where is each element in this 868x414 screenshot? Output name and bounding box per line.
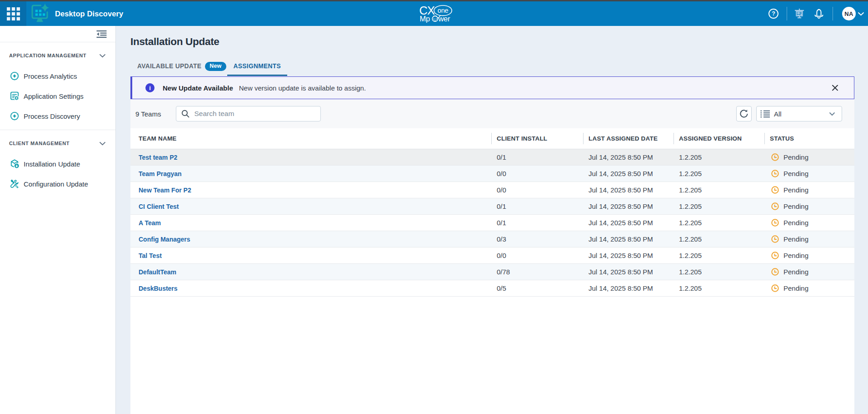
- process-discovery-icon-svg: [10, 111, 20, 121]
- top-bar-divider: [833, 7, 833, 20]
- table-row[interactable]: CI Client Test0/1Jul 14, 2025 8:50 PM1.2…: [130, 198, 854, 215]
- search-icon: [181, 110, 190, 118]
- table-row[interactable]: Tal Test0/0Jul 14, 2025 8:50 PM1.2.205Pe…: [130, 247, 854, 264]
- top-bar-actions: ?: [768, 1, 868, 26]
- assigned-version-cell: 1.2.205: [673, 198, 764, 214]
- team-name-link[interactable]: New Team For P2: [130, 182, 491, 198]
- client-install-cell: 0/0: [491, 247, 583, 263]
- pending-clock-icon: [771, 218, 779, 227]
- last-assigned-date-cell: Jul 14, 2025 8:50 PM: [583, 182, 673, 198]
- assigned-version-cell: 1.2.205: [673, 264, 764, 280]
- column-header-team-name[interactable]: TEAM NAME: [130, 128, 491, 149]
- team-name-link[interactable]: Tal Test: [130, 247, 491, 263]
- client-install-cell: 0/3: [491, 231, 583, 247]
- application-settings-icon-svg: [10, 91, 20, 101]
- table-header: TEAM NAME CLIENT INSTALL LAST ASSIGNED D…: [130, 128, 854, 149]
- client-install-cell: 0/1: [491, 215, 583, 231]
- team-name-link[interactable]: Test team P2: [130, 149, 491, 165]
- status-cell: Pending: [764, 215, 854, 231]
- process-analytics-icon: [10, 71, 20, 81]
- table-row[interactable]: New Team For P20/0Jul 14, 2025 8:50 PM1.…: [130, 182, 854, 198]
- column-header-last-assigned-date[interactable]: LAST ASSIGNED DATE: [583, 128, 673, 149]
- sidebar: APPLICATION MANAGEMENTProcess AnalyticsA…: [0, 26, 116, 414]
- tab-available-update[interactable]: AVAILABLE UPDATE New: [137, 60, 226, 76]
- pending-clock-icon-svg: [771, 284, 779, 293]
- content-panel: 9 Teams: [130, 99, 854, 414]
- status-cell: Pending: [764, 198, 854, 214]
- sidebar-section-header[interactable]: CLIENT MANAGEMENT: [9, 138, 106, 149]
- column-header-assigned-version[interactable]: ASSIGNED VERSION: [673, 128, 764, 149]
- table-row[interactable]: Team Pragyan0/0Jul 14, 2025 8:50 PM1.2.2…: [130, 166, 854, 182]
- banner-close-button[interactable]: [832, 85, 838, 91]
- sidebar-item-process-discovery[interactable]: Process Discovery: [0, 106, 115, 126]
- sidebar-item-process-analytics[interactable]: Process Analytics: [0, 66, 115, 86]
- tab-assignments-label: ASSIGNMENTS: [234, 63, 281, 70]
- filter-list-icon: [760, 110, 770, 118]
- app-launcher-button[interactable]: [0, 1, 26, 26]
- status-cell: Pending: [764, 166, 854, 182]
- pending-clock-icon: [771, 251, 779, 260]
- help-icon: ?: [768, 8, 779, 19]
- filter-chevron-icon-svg: [829, 112, 835, 116]
- column-header-client-install[interactable]: CLIENT INSTALL: [491, 128, 583, 149]
- client-install-cell: 0/78: [491, 264, 583, 280]
- sidebar-item-configuration-update[interactable]: Configuration Update: [0, 174, 115, 194]
- sidebar-section-label: CLIENT MANAGEMENT: [9, 141, 70, 146]
- team-name-link[interactable]: A Team: [130, 215, 491, 231]
- table-row[interactable]: DeskBusters0/5Jul 14, 2025 8:50 PM1.2.20…: [130, 280, 854, 297]
- tabs: AVAILABLE UPDATE New ASSIGNMENTS: [137, 60, 854, 76]
- avatar: NA: [842, 7, 856, 20]
- table-row[interactable]: A Team0/1Jul 14, 2025 8:50 PM1.2.205Pend…: [130, 215, 854, 231]
- help-button[interactable]: ?: [768, 8, 779, 19]
- pending-clock-icon-svg: [771, 235, 779, 243]
- filter-value: All: [774, 110, 782, 118]
- assigned-version-cell: 1.2.205: [673, 280, 764, 296]
- column-header-status[interactable]: STATUS: [764, 128, 854, 149]
- svg-text:one: one: [438, 7, 449, 14]
- last-assigned-date-cell: Jul 14, 2025 8:50 PM: [583, 231, 673, 247]
- status-cell: Pending: [764, 264, 854, 280]
- pending-clock-icon-svg: [771, 218, 779, 227]
- tab-assignments[interactable]: ASSIGNMENTS: [227, 60, 288, 76]
- pending-clock-icon: [771, 153, 779, 162]
- waffle-grid-icon: [7, 7, 20, 20]
- team-name-link[interactable]: DefaultTeam: [130, 264, 491, 280]
- sidebar-section-header[interactable]: APPLICATION MANAGEMENT: [9, 50, 106, 61]
- collapse-sidebar-button[interactable]: [96, 30, 107, 38]
- search-input[interactable]: [194, 110, 316, 118]
- teams-table: TEAM NAME CLIENT INSTALL LAST ASSIGNED D…: [130, 128, 854, 414]
- status-label: Pending: [783, 219, 808, 227]
- team-name-link[interactable]: CI Client Test: [130, 198, 491, 214]
- notifications-button[interactable]: [813, 8, 825, 20]
- installation-update-icon: [10, 159, 20, 169]
- team-name-link[interactable]: Config Managers: [130, 231, 491, 247]
- screen-share-button[interactable]: [794, 9, 804, 19]
- status-label: Pending: [783, 202, 808, 210]
- team-name-link[interactable]: DeskBusters: [130, 280, 491, 296]
- table-row[interactable]: Test team P20/1Jul 14, 2025 8:50 PM1.2.2…: [130, 149, 854, 166]
- filter-dropdown[interactable]: All: [756, 106, 842, 121]
- sidebar-item-installation-update[interactable]: Installation Update: [0, 154, 115, 174]
- pending-clock-icon: [771, 235, 779, 243]
- app-title: Desktop Discovery: [55, 10, 123, 18]
- chevron-down-icon: [99, 141, 106, 146]
- status-inner: Pending: [770, 235, 808, 243]
- refresh-button[interactable]: [736, 106, 752, 121]
- chevron-down-icon-svg: [99, 141, 106, 146]
- top-bar-divider: [787, 7, 787, 20]
- sidebar-item-application-settings[interactable]: Application Settings: [0, 86, 115, 106]
- bell-icon: [813, 8, 825, 20]
- sidebar-section: CLIENT MANAGEMENTInstallation UpdateConf…: [0, 138, 115, 194]
- sidebar-item-label: Installation Update: [24, 160, 80, 168]
- user-menu-chevron-icon-svg: [858, 12, 864, 16]
- status-inner: Pending: [770, 202, 808, 211]
- table-row[interactable]: DefaultTeam0/78Jul 14, 2025 8:50 PM1.2.2…: [130, 264, 854, 280]
- pending-clock-icon-svg: [771, 153, 779, 162]
- top-bar: Desktop Discovery CX one Mp wer ?: [0, 1, 868, 26]
- team-name-link[interactable]: Team Pragyan: [130, 166, 491, 182]
- table-row[interactable]: Config Managers0/3Jul 14, 2025 8:50 PM1.…: [130, 231, 854, 247]
- user-menu[interactable]: NA: [842, 7, 868, 20]
- status-cell: Pending: [764, 182, 854, 198]
- banner-title: New Update Available: [163, 84, 233, 92]
- status-inner: Pending: [770, 218, 808, 227]
